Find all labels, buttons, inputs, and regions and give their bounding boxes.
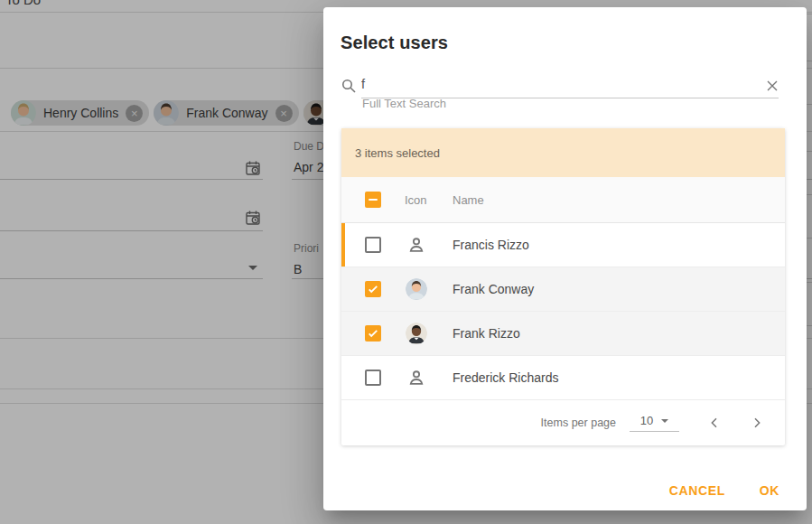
person-outline-icon	[406, 235, 427, 255]
items-per-page-label: Items per page	[541, 416, 616, 429]
avatar-frank-conway	[406, 278, 427, 300]
avatar-frank-rizzo	[406, 323, 427, 344]
row-checkbox[interactable]	[365, 370, 381, 386]
search-input[interactable]	[361, 74, 750, 94]
selection-summary-banner: 3 items selected	[341, 128, 785, 177]
row-checkbox[interactable]	[365, 237, 381, 253]
row-checkbox[interactable]	[365, 281, 381, 297]
cancel-button[interactable]: CANCEL	[669, 482, 725, 500]
search-hint: Full Text Search	[362, 97, 446, 110]
dialog-actions: CANCEL OK	[669, 482, 779, 500]
select-users-dialog: Select users Full Text Search 3 items se…	[323, 7, 807, 510]
user-name: Frank Rizzo	[453, 326, 520, 341]
table-row-francis-rizzo[interactable]: Francis Rizzo	[341, 223, 785, 267]
previous-page-button[interactable]	[706, 415, 723, 431]
search-icon	[341, 79, 356, 93]
dropdown-caret-icon	[661, 419, 668, 423]
selection-summary-text: 3 items selected	[355, 146, 440, 160]
person-outline-icon	[406, 368, 427, 388]
table-header: Icon Name	[341, 177, 785, 223]
select-all-checkbox[interactable]	[365, 192, 381, 208]
table-row-frederick-richards[interactable]: Frederick Richards	[341, 356, 785, 400]
column-header-name: Name	[453, 193, 484, 207]
users-table-card: 3 items selected Icon Name Francis Rizzo…	[341, 128, 785, 445]
page-size-value: 10	[640, 414, 653, 427]
column-header-icon: Icon	[405, 193, 427, 207]
clear-search-icon[interactable]	[765, 79, 779, 93]
row-checkbox[interactable]	[365, 325, 381, 342]
ok-button[interactable]: OK	[760, 482, 779, 500]
next-page-button[interactable]	[749, 415, 765, 431]
page-size-select[interactable]: 10	[630, 414, 679, 432]
table-row-frank-conway[interactable]: Frank Conway	[341, 267, 785, 312]
user-name: Francis Rizzo	[453, 238, 529, 252]
table-row-frank-rizzo[interactable]: Frank Rizzo	[341, 312, 785, 356]
dialog-title: Select users	[341, 33, 448, 53]
table-paginator: Items per page 10	[341, 400, 785, 445]
user-name: Frank Conway	[453, 282, 534, 296]
user-name: Frederick Richards	[453, 370, 558, 385]
